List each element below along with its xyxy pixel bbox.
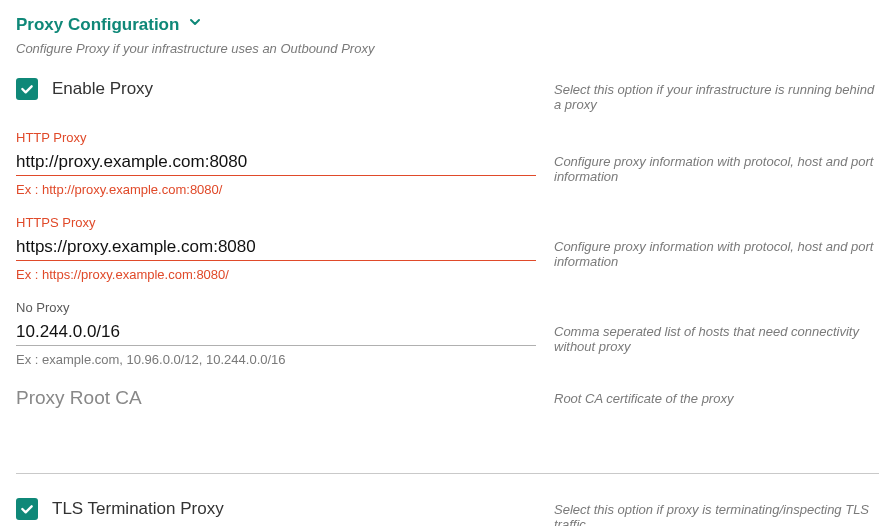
- check-icon: [19, 81, 35, 97]
- https-proxy-help: Configure proxy information with protoco…: [554, 239, 879, 269]
- https-proxy-label: HTTPS Proxy: [16, 215, 536, 230]
- https-proxy-input[interactable]: [16, 234, 536, 261]
- no-proxy-help: Comma seperated list of hosts that need …: [554, 324, 879, 354]
- no-proxy-example: Ex : example.com, 10.96.0.0/12, 10.244.0…: [16, 352, 536, 367]
- no-proxy-input[interactable]: [16, 319, 536, 346]
- http-proxy-label: HTTP Proxy: [16, 130, 536, 145]
- section-title: Proxy Configuration: [16, 15, 179, 35]
- root-ca-field[interactable]: Proxy Root CA: [16, 385, 536, 445]
- http-proxy-help: Configure proxy information with protoco…: [554, 154, 879, 184]
- tls-proxy-help: Select this option if proxy is terminati…: [554, 502, 879, 526]
- section-toggle[interactable]: Proxy Configuration: [16, 14, 879, 35]
- enable-proxy-label: Enable Proxy: [52, 79, 153, 99]
- tls-proxy-checkbox[interactable]: [16, 498, 38, 520]
- https-proxy-example: Ex : https://proxy.example.com:8080/: [16, 267, 536, 282]
- check-icon: [19, 501, 35, 517]
- chevron-down-icon: [187, 14, 203, 35]
- enable-proxy-checkbox[interactable]: [16, 78, 38, 100]
- section-subtitle: Configure Proxy if your infrastructure u…: [16, 41, 879, 56]
- divider: [16, 473, 879, 474]
- http-proxy-input[interactable]: [16, 149, 536, 176]
- root-ca-help: Root CA certificate of the proxy: [554, 391, 879, 406]
- no-proxy-label: No Proxy: [16, 300, 536, 315]
- http-proxy-example: Ex : http://proxy.example.com:8080/: [16, 182, 536, 197]
- enable-proxy-help: Select this option if your infrastructur…: [554, 82, 879, 112]
- tls-proxy-label: TLS Termination Proxy: [52, 499, 224, 519]
